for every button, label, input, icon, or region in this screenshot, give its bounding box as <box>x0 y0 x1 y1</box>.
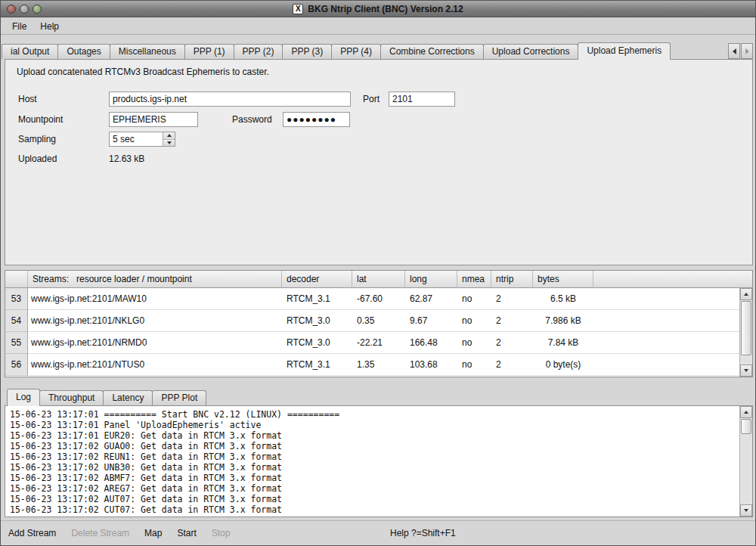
tab-log[interactable]: Log <box>7 389 40 406</box>
cell-filler <box>593 310 752 332</box>
cell-long: 62.87 <box>405 288 457 310</box>
cell-lat: 0.35 <box>352 310 405 332</box>
cell-nmea: no <box>457 354 491 376</box>
scroll-down-button[interactable] <box>740 504 752 517</box>
cell-long: 9.67 <box>405 310 457 332</box>
minimize-button[interactable] <box>20 5 29 14</box>
tab-latency[interactable]: Latency <box>103 390 153 405</box>
maximize-button[interactable] <box>33 5 42 14</box>
panel-description: Upload concatenated RTCMv3 Broadcast Eph… <box>17 67 269 77</box>
log-view[interactable]: 15-06-23 13:17:01 ========== Start BNC v… <box>10 409 737 515</box>
cell-long: 103.68 <box>405 354 457 376</box>
tab-scroll-right-button[interactable] <box>741 43 753 59</box>
cell-decoder: RTCM_3.1 <box>282 354 352 376</box>
mountpoint-input[interactable] <box>109 112 198 127</box>
cell-lat: 1.35 <box>352 354 405 376</box>
tab-combine-corrections[interactable]: Combine Corrections <box>380 44 484 59</box>
up-arrow-icon <box>167 134 172 137</box>
log-line: 15-06-23 13:17:02 CUT07: Get data in RTC… <box>10 504 737 515</box>
map-button[interactable]: Map <box>144 528 162 538</box>
menu-bar: File Help <box>1 18 755 35</box>
window-title-text: BKG Ntrip Client (BNC) Version 2.12 <box>308 4 463 14</box>
stream-row[interactable]: 56 www.igs-ip.net:2101/NTUS0 RTCM_3.1 1.… <box>5 354 752 376</box>
scroll-thumb[interactable] <box>741 419 751 434</box>
header-row-gutter <box>5 271 28 288</box>
bnc-window: X BKG Ntrip Client (BNC) Version 2.12 Fi… <box>0 0 756 546</box>
header-bytes: bytes <box>533 271 593 288</box>
title-bar: X BKG Ntrip Client (BNC) Version 2.12 <box>1 1 755 17</box>
start-button[interactable]: Start <box>177 528 196 538</box>
cell-resource: www.igs-ip.net:2101/NRMD0 <box>28 332 282 354</box>
menu-help[interactable]: Help <box>33 20 66 33</box>
cell-ntrip: 2 <box>491 354 533 376</box>
uploaded-label: Uploaded <box>18 151 57 166</box>
port-label: Port <box>363 92 380 107</box>
log-line: 15-06-23 13:17:02 AUT07: Get data in RTC… <box>10 494 737 504</box>
password-input[interactable] <box>283 112 350 127</box>
header-lat: lat <box>352 271 405 288</box>
window-title: X BKG Ntrip Client (BNC) Version 2.12 <box>293 4 463 14</box>
row-number: 56 <box>5 354 28 376</box>
cell-resource: www.igs-ip.net:2101/NTUS0 <box>28 354 282 376</box>
tab-ppp-plot[interactable]: PPP Plot <box>152 390 206 405</box>
tab-ppp-2[interactable]: PPP (2) <box>234 44 284 59</box>
scroll-up-button[interactable] <box>740 288 752 300</box>
cell-nmea: no <box>457 288 491 310</box>
sampling-spinbox[interactable]: 5 sec <box>109 132 175 147</box>
scroll-up-button[interactable] <box>740 406 752 418</box>
tab-miscellaneous[interactable]: Miscellaneous <box>110 44 185 59</box>
tab-throughput[interactable]: Throughput <box>39 390 104 405</box>
cell-decoder: RTCM_3.1 <box>282 288 352 310</box>
menu-file[interactable]: File <box>5 20 33 33</box>
host-input[interactable] <box>109 92 351 107</box>
tab-outages[interactable]: Outages <box>57 44 110 59</box>
header-decoder: decoder <box>282 271 352 288</box>
tab-upload-ephemeris[interactable]: Upload Ephemeris <box>578 42 671 60</box>
tab-bar: ial Output Outages Miscellaneous PPP (1)… <box>5 43 753 59</box>
cell-resource: www.igs-ip.net:2101/MAW10 <box>28 288 282 310</box>
tab-upload-corrections[interactable]: Upload Corrections <box>483 44 579 59</box>
bottom-tab-bar: Log Throughput Latency PPP Plot <box>7 389 206 405</box>
mountpoint-label: Mountpoint <box>18 112 63 127</box>
log-line: 15-06-23 13:17:02 ABMF7: Get data in RTC… <box>10 473 737 483</box>
header-nmea: nmea <box>457 271 491 288</box>
log-scrollbar[interactable] <box>739 406 752 517</box>
stream-row[interactable]: 54 www.igs-ip.net:2101/NKLG0 RTCM_3.0 0.… <box>5 310 752 332</box>
cell-bytes: 0 byte(s) <box>533 354 593 376</box>
close-button[interactable] <box>7 5 16 14</box>
cell-ntrip: 2 <box>491 288 533 310</box>
tab-ppp-3[interactable]: PPP (3) <box>282 44 332 59</box>
stream-row[interactable]: 53 www.igs-ip.net:2101/MAW10 RTCM_3.1 -6… <box>5 288 752 310</box>
scroll-down-button[interactable] <box>740 365 752 377</box>
scroll-thumb[interactable] <box>741 301 751 355</box>
x11-app-icon: X <box>293 4 303 14</box>
cell-long: 166.48 <box>405 332 457 354</box>
streams-scrollbar[interactable] <box>739 288 752 377</box>
log-panel: 15-06-23 13:17:01 ========== Start BNC v… <box>5 405 753 517</box>
bottom-toolbar: Add Stream Delete Stream Map Start Stop … <box>1 520 755 545</box>
log-line: 15-06-23 13:17:02 REUN1: Get data in RTC… <box>10 451 737 462</box>
host-label: Host <box>18 92 37 107</box>
header-resource: Streams: resource loader / mountpoint <box>28 271 282 288</box>
down-arrow-icon <box>167 141 172 144</box>
header-filler <box>593 271 752 288</box>
log-line: 15-06-23 13:17:01 EUR20: Get data in RTC… <box>10 430 737 441</box>
down-arrow-icon <box>744 369 748 372</box>
cell-bytes: 7.84 kB <box>533 332 593 354</box>
spin-down-button[interactable] <box>163 140 175 147</box>
port-input[interactable] <box>389 92 455 107</box>
tab-ppp-1[interactable]: PPP (1) <box>184 44 234 59</box>
delete-stream-button: Delete Stream <box>71 528 129 538</box>
log-line: 15-06-23 13:17:01 ========== Start BNC v… <box>10 409 737 420</box>
row-number: 54 <box>5 310 28 332</box>
spin-buttons <box>163 132 175 146</box>
tab-scroll-left-button[interactable] <box>728 43 740 59</box>
cell-resource: www.igs-ip.net:2101/NKLG0 <box>28 310 282 332</box>
spin-up-button[interactable] <box>163 132 175 140</box>
tab-ppp-4[interactable]: PPP (4) <box>331 44 381 59</box>
cell-filler <box>593 332 752 354</box>
stream-row[interactable]: 55 www.igs-ip.net:2101/NRMD0 RTCM_3.0 -2… <box>5 332 752 354</box>
cell-filler <box>593 354 752 376</box>
add-stream-button[interactable]: Add Stream <box>8 528 56 538</box>
tab-serial-output[interactable]: ial Output <box>2 44 58 59</box>
